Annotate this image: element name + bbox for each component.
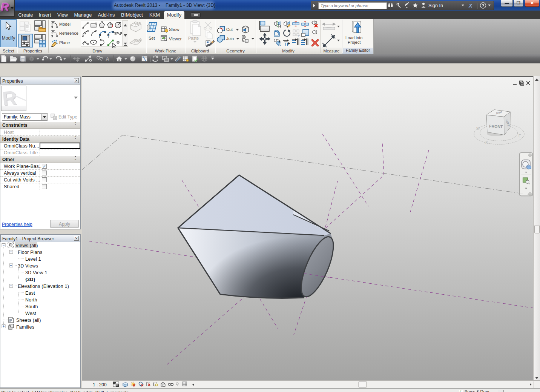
svg-text:?: ? [482, 3, 485, 8]
svg-text:X: X [468, 3, 473, 9]
svg-text:A: A [106, 56, 109, 62]
svg-text:P: P [298, 34, 300, 38]
svg-text:E: E [519, 134, 521, 138]
svg-text:Sign In: Sign In [428, 3, 443, 8]
svg-text:W: W [476, 126, 480, 131]
svg-text:S: S [485, 141, 488, 145]
svg-text:FRONT: FRONT [489, 124, 503, 129]
